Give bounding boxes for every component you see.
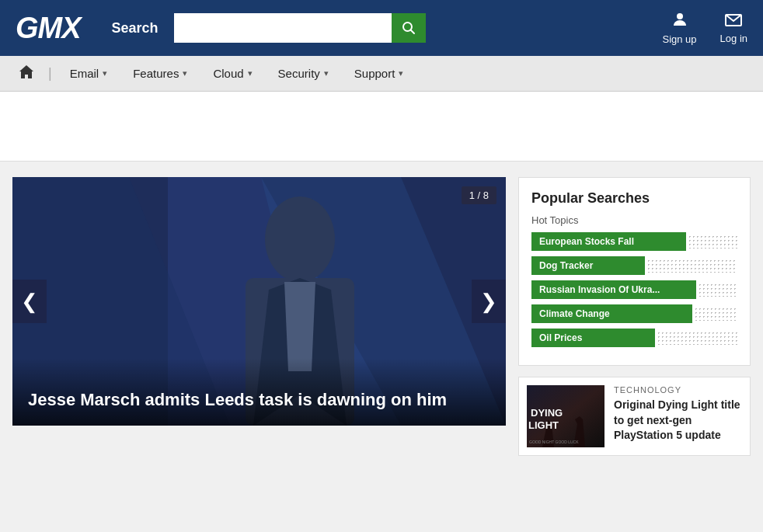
header: GMX Search Sign up: [0, 0, 763, 56]
news-category: TECHNOLOGY: [614, 385, 742, 395]
chevron-down-icon: ▾: [324, 68, 329, 78]
chevron-down-icon: ▾: [183, 68, 187, 78]
signup-label: Sign up: [662, 33, 696, 45]
news-thumbnail: DYING LIGHT GOOD NIGHT GOOD LUCK: [527, 385, 604, 447]
slider-headline: Jesse Marsch admits Leeds task is dawnin…: [28, 389, 490, 412]
envelope-icon: [725, 14, 742, 26]
ad-banner-top: [0, 92, 763, 162]
topic-item[interactable]: Oil Prices: [531, 329, 737, 347]
support-nav-label: Support: [354, 67, 395, 80]
slider-caption[interactable]: Jesse Marsch admits Leeds task is dawnin…: [12, 358, 506, 426]
topic-label: Climate Change: [531, 304, 692, 323]
nav-item-email[interactable]: Email ▾: [59, 61, 119, 86]
login-label: Log in: [720, 33, 747, 44]
topic-label: Dog Tracker: [531, 256, 645, 275]
slider-next-button[interactable]: ❯: [472, 280, 506, 323]
popular-searches-title: Popular Searches: [531, 190, 737, 207]
news-item[interactable]: DYING LIGHT GOOD NIGHT GOOD LUCK TECHNOL…: [518, 377, 751, 456]
login-button[interactable]: Log in: [720, 12, 747, 44]
hot-topics-label: Hot Topics: [531, 214, 737, 226]
cloud-nav-label: Cloud: [213, 67, 243, 80]
navigation: | Email ▾ Features ▾ Cloud ▾ Security ▾ …: [0, 56, 763, 92]
topic-item[interactable]: European Stocks Fall: [531, 232, 737, 251]
slider-counter: 1 / 8: [462, 186, 496, 204]
topic-label: Russian Invasion Of Ukra...: [531, 280, 696, 299]
mail-icon: [725, 12, 742, 30]
nav-item-features[interactable]: Features ▾: [122, 61, 198, 86]
chevron-left-icon: ❮: [21, 290, 38, 314]
nav-divider: |: [45, 65, 55, 82]
slider-prev-button[interactable]: ❮: [12, 280, 47, 323]
user-icon: [672, 12, 688, 31]
chevron-down-icon: ▾: [103, 68, 107, 78]
home-icon: [18, 64, 35, 79]
content-area: 1 / 8 ❮ ❯ Jesse Marsch admits Leeds task…: [0, 162, 763, 471]
topic-label: Oil Prices: [531, 329, 655, 347]
topic-dots: [698, 283, 737, 297]
email-nav-label: Email: [70, 67, 99, 80]
topic-dots: [688, 235, 737, 249]
svg-marker-4: [19, 65, 33, 78]
topic-dots: [657, 331, 737, 345]
nav-item-support[interactable]: Support ▾: [343, 61, 415, 86]
search-button[interactable]: [392, 13, 426, 43]
topic-item[interactable]: Russian Invasion Of Ukra...: [531, 280, 737, 299]
search-label: Search: [112, 20, 159, 37]
topic-dots: [694, 307, 737, 321]
features-nav-label: Features: [133, 67, 179, 80]
svg-line-1: [410, 30, 414, 34]
news-slider: 1 / 8 ❮ ❯ Jesse Marsch admits Leeds task…: [12, 177, 506, 426]
header-actions: Sign up Log in: [662, 12, 747, 45]
svg-text:LIGHT: LIGHT: [528, 419, 559, 431]
news-headline: Original Dying Light title to get next-g…: [614, 398, 742, 443]
svg-text:GOOD NIGHT GOOD LUCK: GOOD NIGHT GOOD LUCK: [529, 440, 579, 444]
news-content: TECHNOLOGY Original Dying Light title to…: [614, 385, 742, 447]
search-icon: [402, 21, 416, 35]
topic-item[interactable]: Climate Change: [531, 304, 737, 323]
search-input[interactable]: [174, 13, 392, 43]
home-nav-button[interactable]: [12, 64, 41, 83]
nav-item-cloud[interactable]: Cloud ▾: [202, 61, 263, 86]
search-box: [174, 13, 426, 43]
svg-text:DYING: DYING: [531, 407, 563, 419]
logo[interactable]: GMX: [16, 12, 81, 45]
news-thumbnail-image: DYING LIGHT GOOD NIGHT GOOD LUCK: [527, 385, 604, 447]
svg-point-2: [677, 13, 683, 19]
topic-item[interactable]: Dog Tracker: [531, 256, 737, 275]
chevron-down-icon: ▾: [248, 68, 253, 78]
signup-button[interactable]: Sign up: [662, 12, 696, 45]
chevron-down-icon: ▾: [399, 68, 403, 78]
svg-point-9: [265, 196, 335, 282]
security-nav-label: Security: [278, 67, 320, 80]
topic-dots: [646, 259, 737, 273]
nav-item-security[interactable]: Security ▾: [267, 61, 340, 86]
popular-searches-widget: Popular Searches Hot Topics European Sto…: [518, 177, 751, 366]
chevron-right-icon: ❯: [480, 290, 497, 314]
person-icon: [672, 12, 688, 27]
topic-label: European Stocks Fall: [531, 232, 686, 251]
right-panel: Popular Searches Hot Topics European Sto…: [518, 177, 751, 456]
